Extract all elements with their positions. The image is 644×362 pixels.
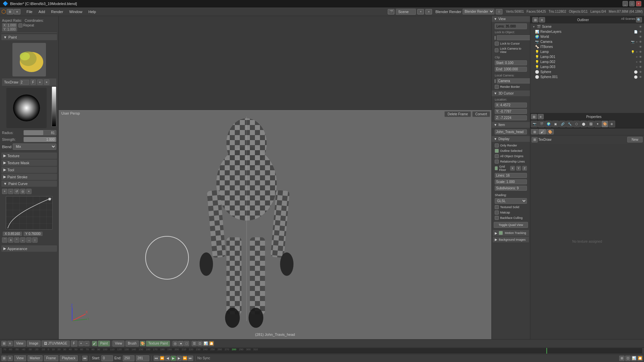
menu-icon-1[interactable]: ⊞ [7, 9, 13, 14]
curve-close[interactable]: × [26, 189, 32, 194]
outline-selected-cb[interactable] [495, 149, 499, 153]
render-border-cb[interactable] [495, 85, 499, 89]
grid-y-btn[interactable]: Y [516, 166, 521, 171]
textured-solid-cb[interactable] [495, 205, 499, 209]
play-next-btn[interactable]: ⏩ [182, 356, 187, 361]
tree-itbones[interactable]: 🦴 ITBones 👁 [531, 44, 643, 49]
texdraw-icon[interactable]: ⊞ [532, 137, 538, 142]
curve-tool-4[interactable]: ⌄ [20, 237, 25, 243]
vp-icon1[interactable]: ⊞ [1, 341, 7, 346]
sub-tab-3[interactable]: 🎨 [546, 129, 554, 134]
play-end-btn[interactable]: ⏭ [188, 356, 193, 361]
strip-icon2[interactable]: − [84, 341, 90, 346]
tree-world[interactable]: 🌍 World 👁 [531, 34, 643, 39]
current-frame-input[interactable] [136, 355, 149, 361]
texdraw-plus-btn[interactable]: + [37, 79, 43, 85]
lock-to-object-input[interactable] [497, 35, 530, 40]
play-step-fwd-btn[interactable]: ▶ [176, 356, 182, 361]
x-input[interactable] [495, 103, 527, 108]
props-icon2[interactable]: ≡ [538, 114, 544, 119]
curve-tool-6[interactable]: ↕ [32, 237, 38, 243]
cursor-section-header[interactable]: ▼ 3D Cursor [492, 90, 530, 96]
y-input[interactable] [495, 109, 527, 114]
props-tab-scene[interactable]: 🎬 [538, 121, 545, 127]
render-icon1[interactable]: ◎ [172, 341, 178, 346]
grid-x-btn[interactable]: X [510, 166, 515, 171]
image-strip[interactable]: 🖼 JTUVIMAGE [42, 341, 69, 347]
paint-curve-header[interactable]: ▼ Paint Curve [1, 181, 57, 187]
tree-lamp002[interactable]: 💡 Lamp.002 × 👁 [531, 59, 643, 64]
paint-section-header[interactable]: ▼ Paint [1, 34, 57, 40]
curve-tool-2[interactable]: ∧ [8, 237, 13, 243]
all-origins-cb[interactable] [495, 154, 499, 158]
curve-reset[interactable]: ↺ [14, 189, 19, 194]
bb-playback-btn[interactable]: Playback [60, 355, 78, 361]
tree-lamp001[interactable]: 💡 Lamp.001 × 👁 [531, 54, 643, 59]
props-tab-world[interactable]: 🌍 [545, 121, 552, 127]
item-name-input[interactable] [495, 129, 527, 134]
strip-icon1[interactable]: + [78, 341, 84, 346]
lens-input[interactable] [495, 23, 527, 29]
shading-select[interactable]: GLSL Multitexture GLSL [495, 198, 527, 204]
minimize-button[interactable]: _ [623, 1, 628, 6]
bb-icon2[interactable]: ≡ [7, 356, 13, 361]
menu-file[interactable]: File [24, 9, 35, 14]
backface-cb[interactable] [495, 216, 499, 220]
curve-pin[interactable]: ◎ [20, 189, 25, 194]
vp-icon2[interactable]: ≡ [7, 341, 13, 346]
props-tab-other[interactable]: ⊕ [608, 121, 615, 127]
bb-frame-btn[interactable]: Frame [44, 355, 58, 361]
brush-btn[interactable]: Brush [125, 341, 139, 347]
scene-input[interactable] [396, 9, 416, 15]
tree-lamp[interactable]: 💡 Lamp 💡 × 👁 [531, 49, 643, 54]
texture-mask-header[interactable]: ▶ Texture Mask [1, 160, 57, 166]
props-tab-physics[interactable]: 🎨 [601, 121, 608, 127]
curve-remove[interactable]: − [8, 189, 13, 194]
menu-help[interactable]: Help [86, 9, 99, 14]
bb-icon1[interactable]: ⊞ [1, 356, 7, 361]
lock-cursor-cb[interactable] [495, 42, 499, 46]
menu-add[interactable]: Add [36, 9, 48, 14]
sub-tab-2[interactable]: 🖌 [539, 129, 546, 134]
render-icon3[interactable]: □ [184, 341, 189, 346]
z-input[interactable] [495, 115, 527, 120]
props-tab-particles[interactable]: ✦ [594, 121, 601, 127]
scene-close[interactable]: × [425, 9, 432, 14]
paint-stroke-header[interactable]: ▶ Paint Stroke [1, 174, 57, 180]
tree-sphere[interactable]: ⚪ Sphere ⚪ 👁 [531, 69, 643, 74]
grid-z-btn[interactable]: Z [522, 166, 527, 171]
vp-view-btn[interactable]: View [14, 341, 26, 347]
play-btn[interactable]: ▶ [171, 356, 176, 361]
bg-images-header[interactable]: ▶ Background Images [493, 237, 529, 242]
props-tab-material[interactable]: ⬤ [580, 121, 587, 127]
rel-lines-cb[interactable] [495, 160, 499, 164]
tree-sphere001[interactable]: ⚪ Sphere.001 ⚪ 👁 [531, 74, 643, 79]
strength-slider[interactable]: 1.000 [23, 137, 56, 142]
grid-floor-cb[interactable] [495, 166, 498, 170]
mt-cb[interactable] [499, 231, 503, 235]
end-input[interactable] [123, 355, 135, 361]
lines-input[interactable] [495, 173, 527, 178]
camera-input[interactable] [497, 78, 530, 83]
menu-render[interactable]: Render [48, 9, 66, 14]
f-btn[interactable]: F [71, 341, 77, 347]
engine-select[interactable]: Blender Render [463, 9, 494, 14]
props-tab-constraints[interactable]: 🔗 [559, 121, 566, 127]
display-icon2[interactable]: ⊡ [197, 341, 203, 346]
clip-end-input[interactable] [495, 67, 527, 72]
view-section-header[interactable]: ▼ View [492, 16, 530, 22]
repeat-checkbox[interactable] [18, 23, 22, 27]
texdraw-num[interactable] [20, 80, 29, 85]
menu-icon-2[interactable]: ≡ [14, 9, 20, 14]
delete-frame-btn[interactable]: Delete Frame [444, 111, 471, 117]
scene-btn[interactable]: + [417, 9, 424, 14]
scale-input[interactable] [495, 179, 527, 184]
item-section-header[interactable]: ▼ Item [492, 122, 530, 128]
curve-tool-3[interactable]: ⌃ [14, 237, 19, 243]
play-step-back-btn[interactable]: ◀ [165, 356, 170, 361]
texture-paint-icon[interactable]: 🎨 [140, 341, 145, 346]
props-tab-texture[interactable]: 🖼 [587, 121, 594, 127]
search-btn[interactable]: 🔍 [636, 17, 642, 22]
tree-scene[interactable]: ▼ 🎬 Scene 👁 [531, 24, 643, 29]
tree-lamp003[interactable]: 💡 Lamp.003 × 👁 [531, 64, 643, 69]
